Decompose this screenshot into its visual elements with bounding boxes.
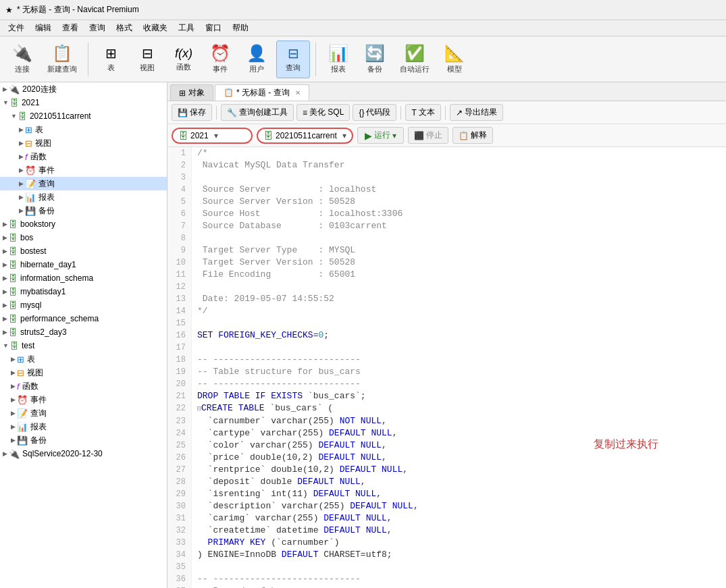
text-button[interactable]: T 文本 xyxy=(405,104,440,121)
app-icon: ★ xyxy=(5,5,13,15)
db2-select[interactable]: 🗄 20210511carrent ▾ xyxy=(257,128,353,144)
line-23: 23 `carnumber` varchar(255) NOT NULL, xyxy=(167,415,726,427)
sidebar-item-bos[interactable]: ▶ 🗄 bos xyxy=(0,231,167,244)
run-button[interactable]: ▶ 运行 ▾ xyxy=(357,127,404,144)
toolbar-backup[interactable]: 🔄 备份 xyxy=(358,41,392,78)
tab-close-icon[interactable]: ✕ xyxy=(295,89,301,97)
struts2-icon: 🗄 xyxy=(9,327,18,338)
sidebar-item-bookstory[interactable]: ▶ 🗄 bookstory xyxy=(0,217,167,231)
expand-arrow-table1: ▶ xyxy=(19,126,24,133)
qt-divider-2 xyxy=(400,106,401,119)
query-toolbar: 💾 保存 🔧 查询创建工具 ≡ 美化 SQL {} 代码段 T 文本 xyxy=(167,101,726,124)
db1-select[interactable]: 🗄 2021 ▾ xyxy=(172,128,253,144)
stop-button[interactable]: ⬛ 停止 xyxy=(408,127,448,144)
sidebar-item-view1[interactable]: ▶ ⊟ 视图 xyxy=(0,136,167,150)
sidebar-item-perfschema[interactable]: ▶ 🗄 performance_schema xyxy=(0,312,167,325)
sidebar: ▶ 🔌 2020连接 ▼ 🗄 2021 ▼ 🗄 20210511carrent … xyxy=(0,82,167,588)
query-builder-icon: 🔧 xyxy=(227,108,237,117)
sidebar-item-test-backup[interactable]: ▶ 💾 备份 xyxy=(0,433,167,447)
tab-query[interactable]: 📋 * 无标题 - 查询 ✕ xyxy=(215,84,309,101)
sidebar-item-conn2020[interactable]: ▶ 🔌 2020连接 xyxy=(0,82,167,96)
sidebar-item-mysql[interactable]: ▶ 🗄 mysql xyxy=(0,298,167,312)
2021-label: 2021 xyxy=(22,98,40,107)
expand-arrow-view1: ▶ xyxy=(19,140,24,146)
sidebar-item-test-table[interactable]: ▶ ⊞ 表 xyxy=(0,352,167,366)
sidebar-item-2021[interactable]: ▼ 🗄 2021 xyxy=(0,96,167,109)
menu-tools[interactable]: 工具 xyxy=(173,21,200,35)
toolbar-connect[interactable]: 🔌 连接 xyxy=(5,41,39,78)
sidebar-item-test[interactable]: ▼ 🗄 test xyxy=(0,339,167,352)
sidebar-item-test-report[interactable]: ▶ 📊 报表 xyxy=(0,420,167,433)
export-result-button[interactable]: ↗ 导出结果 xyxy=(450,104,503,121)
connection-bar: 🗄 2021 ▾ 🗄 20210511carrent ▾ ▶ 运行 ▾ ⬛ 停止… xyxy=(167,124,726,147)
sidebar-item-table1[interactable]: ▶ ⊞ 表 xyxy=(0,123,167,136)
backup1-icon: 💾 xyxy=(25,206,36,216)
event1-icon: ⏰ xyxy=(25,165,36,176)
menu-format[interactable]: 格式 xyxy=(111,21,138,35)
sidebar-item-sqlservice[interactable]: ▶ 🔌 SqlService2020-12-30 xyxy=(0,447,167,460)
explain-button[interactable]: 📋 解释 xyxy=(452,127,493,144)
run-label: 运行 xyxy=(374,130,390,141)
sidebar-item-infoschema[interactable]: ▶ 🗄 information_schema xyxy=(0,271,167,285)
sidebar-item-bostest[interactable]: ▶ 🗄 bostest xyxy=(0,244,167,258)
explain-icon: 📋 xyxy=(459,131,469,140)
function-icon: f(x) xyxy=(175,47,192,61)
main-toolbar: 🔌 连接 📋 新建查询 ⊞ 表 ⊟ 视图 f(x) 函数 ⏰ 事件 👤 用户 ⊟… xyxy=(0,36,726,82)
toolbar-table[interactable]: ⊞ 表 xyxy=(94,41,128,78)
menu-edit[interactable]: 编辑 xyxy=(30,21,57,35)
save-label: 保存 xyxy=(190,107,206,118)
sidebar-item-test-view[interactable]: ▶ ⊟ 视图 xyxy=(0,366,167,379)
menu-favorites[interactable]: 收藏夹 xyxy=(138,21,173,35)
menu-window[interactable]: 窗口 xyxy=(200,21,227,35)
menu-help[interactable]: 帮助 xyxy=(227,21,254,35)
sidebar-item-test-event[interactable]: ▶ ⏰ 事件 xyxy=(0,393,167,406)
expand-arrow-func1: ▶ xyxy=(19,153,24,160)
beautify-label: 美化 SQL xyxy=(309,107,344,118)
tab-objects[interactable]: ⊞ 对象 xyxy=(170,84,213,101)
sidebar-item-hibernate[interactable]: ▶ 🗄 hibernate_day1 xyxy=(0,258,167,271)
menu-file[interactable]: 文件 xyxy=(3,21,30,35)
toolbar-report[interactable]: 📊 报表 xyxy=(321,41,355,78)
menu-query[interactable]: 查询 xyxy=(84,21,111,35)
sidebar-item-20210511carrent[interactable]: ▼ 🗄 20210511carrent xyxy=(0,109,167,123)
toolbar-model[interactable]: 📐 模型 xyxy=(438,41,471,78)
beautify-sql-button[interactable]: ≡ 美化 SQL xyxy=(296,104,350,121)
query-builder-button[interactable]: 🔧 查询创建工具 xyxy=(221,104,294,121)
hibernate-label: hibernate_day1 xyxy=(20,260,76,269)
toolbar-new-query[interactable]: 📋 新建查询 xyxy=(42,41,82,78)
line-26: 26 `price` double(10,2) DEFAULT NULL, xyxy=(167,452,726,464)
toolbar-query[interactable]: ⊟ 查询 xyxy=(276,41,310,78)
sidebar-item-event1[interactable]: ▶ ⏰ 事件 xyxy=(0,163,167,177)
toolbar-autorun[interactable]: ✅ 自动运行 xyxy=(394,41,435,78)
toolbar-user[interactable]: 👤 用户 xyxy=(240,41,274,78)
toolbar-view[interactable]: ⊟ 视图 xyxy=(130,41,164,78)
table1-label: 表 xyxy=(35,124,43,136)
hibernate-icon: 🗄 xyxy=(9,260,18,270)
sidebar-item-backup1[interactable]: ▶ 💾 备份 xyxy=(0,204,167,217)
sidebar-item-struts2[interactable]: ▶ 🗄 struts2_day3 xyxy=(0,325,167,339)
sidebar-item-report1[interactable]: ▶ 📊 报表 xyxy=(0,190,167,204)
connect-icon: 🔌 xyxy=(12,44,32,63)
code-editor[interactable]: 1 /* 2 Navicat MySQL Data Transfer 3 4 S… xyxy=(167,147,726,588)
line-21: 21 DROP TABLE IF EXISTS `bus_cars`; xyxy=(167,390,726,402)
sidebar-item-test-func[interactable]: ▶ f 函数 xyxy=(0,379,167,393)
backup1-label: 备份 xyxy=(38,205,55,217)
sidebar-item-func1[interactable]: ▶ f 函数 xyxy=(0,150,167,163)
sidebar-item-test-query[interactable]: ▶ 📝 查询 xyxy=(0,406,167,420)
sidebar-item-mybatis[interactable]: ▶ 🗄 mybatisday1 xyxy=(0,285,167,298)
line-12: 12 xyxy=(167,281,726,293)
toolbar-event[interactable]: ⏰ 事件 xyxy=(203,41,237,78)
save-button[interactable]: 💾 保存 xyxy=(172,104,212,121)
run-dropdown-icon[interactable]: ▾ xyxy=(392,131,396,140)
report1-label: 报表 xyxy=(38,192,55,203)
sidebar-item-query1[interactable]: ▶ 📝 查询 xyxy=(0,177,167,190)
db2-arrow-icon: ▾ xyxy=(342,131,346,140)
menu-view[interactable]: 查看 xyxy=(57,21,84,35)
code-snippet-button[interactable]: {} 代码段 xyxy=(353,104,396,121)
explain-label: 解释 xyxy=(471,130,487,141)
copy-annotation: 复制过来执行 xyxy=(594,437,658,452)
db2-label: 20210511carrent xyxy=(276,131,337,140)
toolbar-function[interactable]: f(x) 函数 xyxy=(167,41,201,78)
conn2020-icon: 🔌 xyxy=(9,84,20,95)
event1-label: 事件 xyxy=(38,165,55,176)
